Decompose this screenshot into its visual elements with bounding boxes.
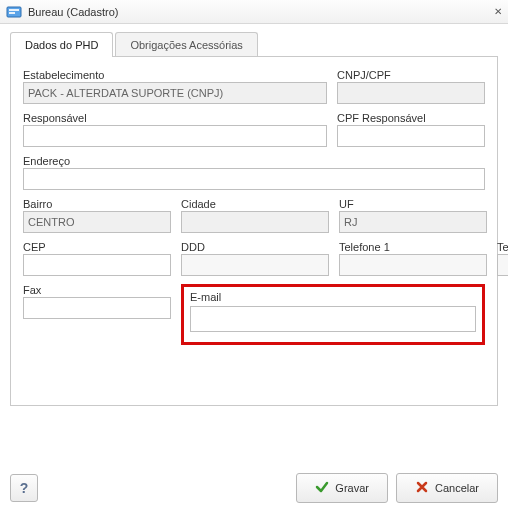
endereco-input[interactable] [23,168,485,190]
app-icon [6,4,22,20]
telefone1-label: Telefone 1 [339,241,487,253]
ddd-input[interactable] [181,254,329,276]
cnpj-cpf-label: CNPJ/CPF [337,69,485,81]
fax-input[interactable] [23,297,171,319]
responsavel-label: Responsável [23,112,327,124]
cpf-responsavel-input[interactable] [337,125,485,147]
uf-input [339,211,487,233]
uf-label: UF [339,198,487,210]
cancel-icon [415,480,429,496]
cancel-button[interactable]: Cancelar [396,473,498,503]
tab-strip: Dados do PHD Obrigações Acessórias [10,32,498,57]
titlebar-left: Bureau (Cadastro) [6,4,119,20]
estabelecimento-label: Estabelecimento [23,69,327,81]
footer-right: Gravar Cancelar [296,473,498,503]
window-title: Bureau (Cadastro) [28,6,119,18]
save-label: Gravar [335,482,369,494]
help-icon: ? [20,480,29,496]
cnpj-cpf-input [337,82,485,104]
cep-input[interactable] [23,254,171,276]
cep-label: CEP [23,241,171,253]
bairro-input [23,211,171,233]
tab-panel: Estabelecimento CNPJ/CPF Responsável CPF… [10,56,498,406]
cidade-input [181,211,329,233]
help-button[interactable]: ? [10,474,38,502]
tab-dados-phd[interactable]: Dados do PHD [10,32,113,57]
telefone2-input[interactable] [497,254,508,276]
tab-obrigacoes[interactable]: Obrigações Acessórias [115,32,258,57]
telefone2-label: Telefone 2 [497,241,508,253]
email-input[interactable] [190,306,476,332]
content: Dados do PHD Obrigações Acessórias Estab… [0,24,508,464]
check-icon [315,480,329,496]
cidade-label: Cidade [181,198,329,210]
cancel-label: Cancelar [435,482,479,494]
email-highlight: E-mail [181,284,485,345]
estabelecimento-input [23,82,327,104]
svg-rect-1 [9,9,19,11]
telefone1-input[interactable] [339,254,487,276]
footer: ? Gravar Cancelar [10,473,498,503]
svg-rect-2 [9,12,15,14]
fax-label: Fax [23,284,171,296]
responsavel-input[interactable] [23,125,327,147]
titlebar: Bureau (Cadastro) ✕ [0,0,508,24]
bairro-label: Bairro [23,198,171,210]
close-icon[interactable]: ✕ [494,6,502,17]
endereco-label: Endereço [23,155,485,167]
save-button[interactable]: Gravar [296,473,388,503]
cpf-responsavel-label: CPF Responsável [337,112,485,124]
email-label: E-mail [190,291,221,303]
ddd-label: DDD [181,241,329,253]
